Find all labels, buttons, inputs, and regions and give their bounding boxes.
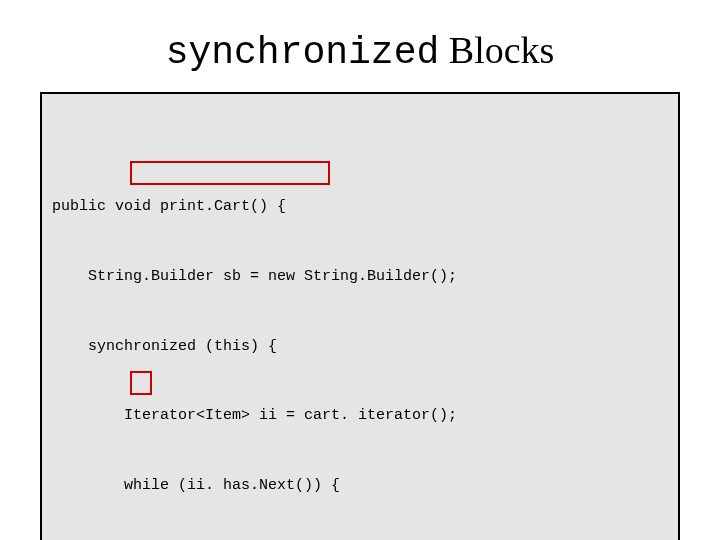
highlight-sync-end xyxy=(130,371,152,395)
code-line: Iterator<Item> ii = cart. iterator(); xyxy=(52,404,668,427)
slide-title: synchronized Blocks xyxy=(0,0,720,92)
code-line: synchronized (this) { xyxy=(52,335,668,358)
code-line: String.Builder sb = new String.Builder()… xyxy=(52,265,668,288)
code-block: public void print.Cart() { String.Builde… xyxy=(40,92,680,540)
code-line: public void print.Cart() { xyxy=(52,195,668,218)
code-line: while (ii. has.Next()) { xyxy=(52,474,668,497)
title-keyword: synchronized xyxy=(166,31,440,74)
highlight-sync-start xyxy=(130,161,330,185)
title-rest: Blocks xyxy=(439,29,554,71)
